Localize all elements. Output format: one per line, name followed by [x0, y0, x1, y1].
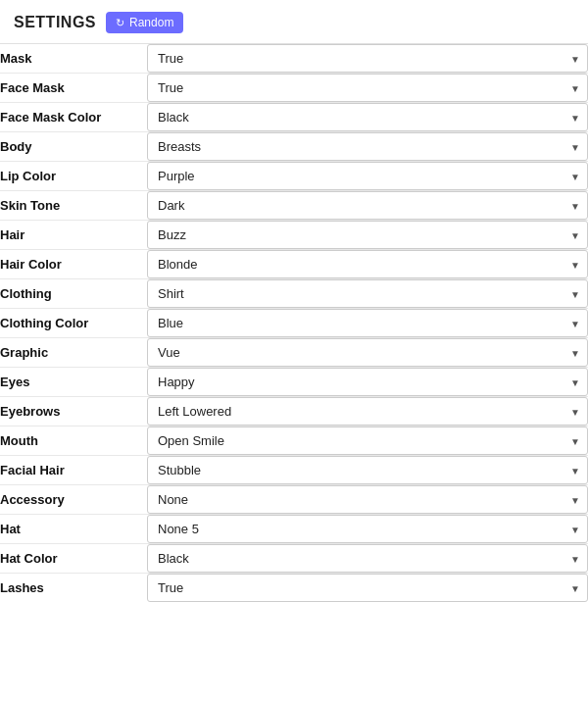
table-row: Hat ColorBlackWhiteRedBlue	[0, 544, 588, 574]
select-wrapper: HappySadSurprisedClosed	[147, 368, 588, 396]
table-row: ClothingShirtHoodieDressNone	[0, 279, 588, 309]
row-label: Facial Hair	[0, 456, 147, 485]
row-select-cell: BuzzShortLongCurlyNone	[147, 221, 588, 250]
settings-table: MaskTrueFalseFace MaskTrueFalseFace Mask…	[0, 44, 588, 602]
table-row: HairBuzzShortLongCurlyNone	[0, 221, 588, 250]
select-face-mask[interactable]: TrueFalse	[147, 74, 588, 102]
row-label: Mask	[0, 44, 147, 74]
select-wrapper: DarkMediumLightPale	[147, 191, 588, 220]
refresh-icon: ↻	[116, 17, 124, 29]
row-label: Hair	[0, 221, 147, 250]
select-accessory[interactable]: NoneGlassesSunglassesEarrings	[147, 485, 588, 514]
select-wrapper: Open SmileSmileOpenSad	[147, 426, 588, 455]
row-select-cell: None 5CapBeanieNone	[147, 515, 588, 544]
row-select-cell: BlackWhiteRedBlueGreen	[147, 103, 588, 132]
row-label: Lashes	[0, 574, 147, 603]
row-label: Accessory	[0, 485, 147, 515]
select-face-mask-color[interactable]: BlackWhiteRedBlueGreen	[147, 103, 588, 131]
row-label: Body	[0, 132, 147, 162]
table-row: HatNone 5CapBeanieNone	[0, 515, 588, 544]
select-facial-hair[interactable]: StubbleBeardNone	[147, 456, 588, 484]
select-wrapper: TrueFalse	[147, 574, 588, 602]
random-button[interactable]: ↻ Random	[106, 12, 183, 33]
random-button-label: Random	[129, 16, 173, 29]
select-lashes[interactable]: TrueFalse	[147, 574, 588, 602]
row-label: Eyebrows	[0, 397, 147, 426]
select-hair-color[interactable]: BlondeBlackBrownRedGray	[147, 250, 588, 278]
table-row: Lip ColorPurpleRedPinkNone	[0, 162, 588, 191]
select-eyebrows[interactable]: Left LoweredDefaultUpDown	[147, 397, 588, 426]
select-body[interactable]: BreastsChestNone	[147, 132, 588, 161]
select-wrapper: BlackWhiteRedBlue	[147, 544, 588, 573]
row-label: Face Mask Color	[0, 103, 147, 132]
select-wrapper: None 5CapBeanieNone	[147, 515, 588, 543]
row-select-cell: Open SmileSmileOpenSad	[147, 426, 588, 456]
table-row: Face Mask ColorBlackWhiteRedBlueGreen	[0, 103, 588, 132]
select-wrapper: VueReactAngularNone	[147, 338, 588, 367]
select-wrapper: StubbleBeardNone	[147, 456, 588, 484]
select-wrapper: BlackWhiteRedBlueGreen	[147, 103, 588, 131]
select-hair[interactable]: BuzzShortLongCurlyNone	[147, 221, 588, 249]
table-row: MouthOpen SmileSmileOpenSad	[0, 426, 588, 456]
select-clothing[interactable]: ShirtHoodieDressNone	[147, 279, 588, 308]
table-row: BodyBreastsChestNone	[0, 132, 588, 162]
row-select-cell: BlondeBlackBrownRedGray	[147, 250, 588, 279]
row-select-cell: TrueFalse	[147, 74, 588, 103]
table-row: Clothing ColorBlueRedGreenBlackWhite	[0, 309, 588, 338]
row-select-cell: BreastsChestNone	[147, 132, 588, 162]
select-wrapper: BreastsChestNone	[147, 132, 588, 161]
row-label: Skin Tone	[0, 191, 147, 221]
row-select-cell: NoneGlassesSunglassesEarrings	[147, 485, 588, 515]
page-header: SETTINGS ↻ Random	[0, 0, 588, 44]
select-skin-tone[interactable]: DarkMediumLightPale	[147, 191, 588, 220]
row-label: Hair Color	[0, 250, 147, 279]
select-wrapper: BuzzShortLongCurlyNone	[147, 221, 588, 249]
row-select-cell: Left LoweredDefaultUpDown	[147, 397, 588, 426]
row-select-cell: BlackWhiteRedBlue	[147, 544, 588, 574]
select-wrapper: ShirtHoodieDressNone	[147, 279, 588, 308]
select-eyes[interactable]: HappySadSurprisedClosed	[147, 368, 588, 396]
row-label: Clothing	[0, 279, 147, 309]
select-wrapper: TrueFalse	[147, 44, 588, 73]
table-row: LashesTrueFalse	[0, 574, 588, 603]
row-select-cell: VueReactAngularNone	[147, 338, 588, 368]
select-wrapper: TrueFalse	[147, 74, 588, 102]
row-select-cell: ShirtHoodieDressNone	[147, 279, 588, 309]
table-row: Facial HairStubbleBeardNone	[0, 456, 588, 485]
table-row: MaskTrueFalse	[0, 44, 588, 74]
row-select-cell: DarkMediumLightPale	[147, 191, 588, 221]
select-mouth[interactable]: Open SmileSmileOpenSad	[147, 426, 588, 455]
select-wrapper: BlueRedGreenBlackWhite	[147, 309, 588, 337]
select-clothing-color[interactable]: BlueRedGreenBlackWhite	[147, 309, 588, 337]
select-graphic[interactable]: VueReactAngularNone	[147, 338, 588, 367]
row-select-cell: PurpleRedPinkNone	[147, 162, 588, 191]
select-hat[interactable]: None 5CapBeanieNone	[147, 515, 588, 543]
table-row: EyesHappySadSurprisedClosed	[0, 368, 588, 397]
row-select-cell: TrueFalse	[147, 574, 588, 603]
row-label: Lip Color	[0, 162, 147, 191]
row-label: Face Mask	[0, 74, 147, 103]
table-row: GraphicVueReactAngularNone	[0, 338, 588, 368]
select-mask[interactable]: TrueFalse	[147, 44, 588, 73]
row-label: Hat Color	[0, 544, 147, 574]
table-row: Hair ColorBlondeBlackBrownRedGray	[0, 250, 588, 279]
page-title: SETTINGS	[14, 14, 96, 31]
row-select-cell: StubbleBeardNone	[147, 456, 588, 485]
row-select-cell: TrueFalse	[147, 44, 588, 74]
table-row: Face MaskTrueFalse	[0, 74, 588, 103]
table-row: Skin ToneDarkMediumLightPale	[0, 191, 588, 221]
row-label: Graphic	[0, 338, 147, 368]
row-select-cell: HappySadSurprisedClosed	[147, 368, 588, 397]
row-label: Clothing Color	[0, 309, 147, 338]
select-wrapper: Left LoweredDefaultUpDown	[147, 397, 588, 426]
select-wrapper: NoneGlassesSunglassesEarrings	[147, 485, 588, 514]
select-wrapper: BlondeBlackBrownRedGray	[147, 250, 588, 278]
select-lip-color[interactable]: PurpleRedPinkNone	[147, 162, 588, 190]
table-row: EyebrowsLeft LoweredDefaultUpDown	[0, 397, 588, 426]
row-label: Hat	[0, 515, 147, 544]
row-select-cell: BlueRedGreenBlackWhite	[147, 309, 588, 338]
row-label: Mouth	[0, 426, 147, 456]
select-hat-color[interactable]: BlackWhiteRedBlue	[147, 544, 588, 573]
table-row: AccessoryNoneGlassesSunglassesEarrings	[0, 485, 588, 515]
row-label: Eyes	[0, 368, 147, 397]
